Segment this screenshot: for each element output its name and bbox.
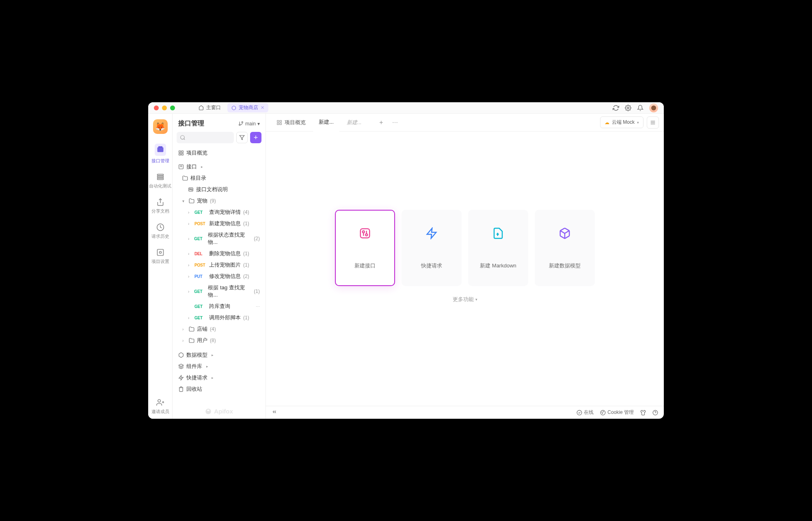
card-new-data-model[interactable]: 新建数据模型 xyxy=(535,210,595,286)
endpoint-item[interactable]: ›DEL删除宠物信息(1) xyxy=(175,248,263,259)
maximize-window-icon[interactable] xyxy=(170,105,175,110)
rail-project-settings[interactable]: 项目设置 xyxy=(148,244,173,269)
svg-rect-29 xyxy=(280,120,281,122)
tree-recycle[interactable]: 回收站 xyxy=(175,383,263,395)
tree-data-model[interactable]: 数据模型 ▸ xyxy=(175,349,263,361)
action-cards: 新建接口 快捷请求 新建 Markdown 新建数据模型 xyxy=(335,210,595,286)
search-row: + xyxy=(173,132,266,147)
main: 项目概览 新建... 新建... + ⋯ ☁ 云端 Mock ▾ xyxy=(266,114,664,419)
chevron-down-icon: ▾ xyxy=(257,121,260,127)
menu-icon[interactable]: ⋯ xyxy=(256,304,260,309)
settings-icon[interactable] xyxy=(625,105,631,111)
svg-point-44 xyxy=(602,412,602,412)
endpoint-name: 根据状态查找宠物... xyxy=(208,231,251,246)
tree-doc[interactable]: 接口文档说明 xyxy=(175,184,263,195)
collapse-button[interactable] xyxy=(272,409,277,416)
svg-point-43 xyxy=(600,410,605,415)
tree-label: 根目录 xyxy=(190,174,206,182)
card-quick-request[interactable]: 快捷请求 xyxy=(402,210,462,286)
tree-pets-folder[interactable]: ▾ 宠物 (9) xyxy=(175,195,263,207)
cookie-manage[interactable]: Cookie 管理 xyxy=(600,409,634,416)
close-icon[interactable]: ✕ xyxy=(261,105,264,110)
endpoint-item[interactable]: ›GET跨库查询⋯ xyxy=(175,301,263,312)
endpoint-item[interactable]: ›GET查询宠物详情(4) xyxy=(175,207,263,218)
add-tab-button[interactable]: + xyxy=(375,116,387,129)
mock-selector[interactable]: ☁ 云端 Mock ▾ xyxy=(600,116,644,128)
count: (2) xyxy=(254,236,260,241)
search-input[interactable] xyxy=(177,132,234,143)
close-window-icon[interactable] xyxy=(154,105,159,110)
rail-label: 邀请成员 xyxy=(151,409,169,415)
status-online[interactable]: 在线 xyxy=(577,409,594,416)
rail-history[interactable]: 请求历史 xyxy=(148,219,173,243)
shirt-icon[interactable] xyxy=(640,410,646,416)
more-features-link[interactable]: 更多功能 ▾ xyxy=(453,296,477,303)
tree-api-root[interactable]: 接口 ▸ xyxy=(175,161,263,172)
svg-marker-40 xyxy=(427,228,436,239)
canvas: 新建接口 快捷请求 新建 Markdown 新建数据模型 xyxy=(266,131,664,406)
endpoint-item[interactable]: ›POST上传宠物图片(1) xyxy=(175,259,263,271)
rail-api-management[interactable]: 接口管理 xyxy=(148,140,173,168)
tab-more-icon[interactable]: ⋯ xyxy=(389,119,402,126)
method-badge: POST xyxy=(194,263,207,267)
cloud-icon: ☁ xyxy=(605,120,609,125)
branch-selector[interactable]: main ▾ xyxy=(238,121,260,127)
chevron-right-icon: ▸ xyxy=(201,165,203,169)
brand-logo[interactable]: 🦊 xyxy=(153,119,168,134)
window-tabs: 主窗口 宠物商店 ✕ xyxy=(194,103,268,112)
tab-new[interactable]: 新建... xyxy=(313,114,339,131)
tree-project-overview[interactable]: 项目概览 xyxy=(175,147,263,159)
filter-button[interactable] xyxy=(236,132,248,143)
method-badge: GET xyxy=(194,210,207,215)
rail-auto-test[interactable]: 自动化测试 xyxy=(148,169,173,193)
tab-home[interactable]: 主窗口 xyxy=(194,103,225,112)
rail-label: 请求历史 xyxy=(151,233,169,239)
count: (1) xyxy=(243,221,249,226)
help-icon[interactable] xyxy=(652,410,658,416)
endpoint-item[interactable]: ›PUT修改宠物信息(2) xyxy=(175,271,263,282)
status-label: 在线 xyxy=(584,409,594,416)
bell-icon[interactable] xyxy=(637,105,644,111)
tree-root-folder[interactable]: 根目录 xyxy=(175,172,263,184)
rail-share-docs[interactable]: 分享文档 xyxy=(148,194,173,218)
more-label: 更多功能 xyxy=(453,296,474,303)
tree-quick-request[interactable]: 快捷请求 ▸ xyxy=(175,372,263,383)
card-new-api[interactable]: 新建接口 xyxy=(335,210,395,286)
chevron-icon: › xyxy=(188,237,192,241)
endpoint-item[interactable]: ›GET根据 tag 查找宠物...(1) xyxy=(175,282,263,301)
tree-store-folder[interactable]: › 店铺 (4) xyxy=(175,323,263,335)
folder-icon xyxy=(182,175,188,181)
add-button[interactable]: + xyxy=(250,132,261,143)
tree-components[interactable]: 组件库 ▸ xyxy=(175,361,263,372)
rail-invite[interactable]: 邀请成员 xyxy=(148,394,173,419)
invite-icon xyxy=(156,398,164,407)
tree-user-folder[interactable]: › 用户 (8) xyxy=(175,335,263,346)
tab-label: 新建... xyxy=(347,119,362,126)
count: (1) xyxy=(254,288,260,294)
menu-button[interactable] xyxy=(647,116,659,129)
chevron-icon: › xyxy=(188,210,192,215)
tree-label: 用户 xyxy=(197,337,207,344)
tab-project[interactable]: 宠物商店 ✕ xyxy=(227,103,268,112)
svg-point-8 xyxy=(159,252,161,254)
method-badge: GET xyxy=(194,237,205,241)
minimize-window-icon[interactable] xyxy=(162,105,167,110)
chevron-down-icon: ▾ xyxy=(182,199,186,203)
avatar[interactable] xyxy=(649,103,658,112)
bolt-icon xyxy=(425,227,438,239)
endpoint-name: 查询宠物详情 xyxy=(209,209,241,216)
tab-label: 新建... xyxy=(319,118,334,126)
endpoint-item[interactable]: ›POST新建宠物信息(1) xyxy=(175,218,263,229)
search-icon xyxy=(180,135,186,140)
card-new-markdown[interactable]: 新建 Markdown xyxy=(468,210,528,286)
refresh-icon[interactable] xyxy=(613,105,619,111)
endpoint-item[interactable]: ›GET调用外部脚本(1) xyxy=(175,312,263,323)
endpoint-name: 删除宠物信息 xyxy=(209,250,241,257)
document-tabs: 项目概览 新建... 新建... + ⋯ ☁ 云端 Mock ▾ xyxy=(266,114,664,131)
svg-point-15 xyxy=(181,136,184,139)
tree-label: 接口文档说明 xyxy=(196,186,228,193)
tab-placeholder[interactable]: 新建... xyxy=(341,114,374,131)
tab-overview[interactable]: 项目概览 xyxy=(271,114,311,131)
endpoint-item[interactable]: ›GET根据状态查找宠物...(2) xyxy=(175,229,263,248)
method-badge: GET xyxy=(194,316,207,320)
